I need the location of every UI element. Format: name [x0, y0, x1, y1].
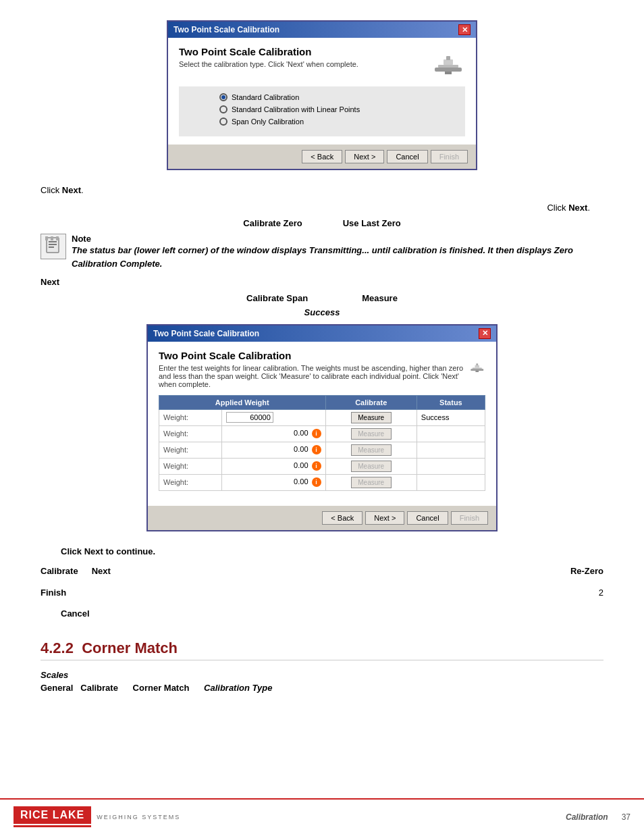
dialog-1-next-button[interactable]: Next >	[345, 150, 384, 163]
section-number: 4.2.2	[41, 640, 74, 656]
section-heading-422: 4.2.2 Corner Match	[41, 640, 603, 660]
num-2: 2	[599, 588, 603, 598]
corner-text-block: Scales General Calibrate Corner Match Ca…	[41, 669, 603, 695]
dialog-1-cancel-button[interactable]: Cancel	[387, 150, 427, 163]
radio-standard-label: Standard Calibration	[232, 93, 299, 101]
note-text: The status bar (lower left corner) of th…	[72, 244, 603, 270]
dialog-1-back-button[interactable]: < Back	[302, 150, 342, 163]
dialog-2-cancel-button[interactable]: Cancel	[407, 511, 448, 525]
status-1: Success	[421, 413, 450, 421]
calibrate-span-row: Calibrate Span Measure	[41, 293, 603, 303]
measure-btn-4[interactable]: Measure	[351, 461, 392, 472]
logo-container: RICE LAKE	[14, 806, 91, 827]
calibrate-span-label: Calibrate Span	[246, 293, 308, 303]
calibration-table: Applied Weight Calibrate Status Weight: …	[159, 395, 485, 491]
dialog-1-options: Standard Calibration Standard Calibratio…	[179, 86, 465, 136]
re-zero-label: Re-Zero	[570, 566, 603, 576]
footer-page-number: 37	[622, 812, 630, 822]
table-row: Weight: 0.00 i Measure	[159, 425, 485, 442]
table-row: Weight: 0.00 i Measure	[159, 442, 485, 458]
bottom-calibrate-line: Calibrate Next Re-Zero	[41, 565, 603, 578]
weight-val-3: 0.00	[294, 445, 308, 453]
info-icon-5: i	[312, 477, 321, 487]
svg-rect-11	[56, 236, 59, 240]
note-content: Note The status bar (lower left corner) …	[72, 234, 603, 270]
radio-linear-calibration[interactable]: Standard Calibration with Linear Points	[219, 105, 465, 113]
scale-icon	[431, 46, 465, 80]
dialog-2-close-button[interactable]: ✕	[479, 328, 491, 339]
table-row: Weight: 0.00 i Measure	[159, 458, 485, 474]
bottom-next-2: Next	[92, 565, 111, 578]
table-row: Weight: Measure Success	[159, 409, 485, 425]
table-row: Weight: 0.00 i Measure	[159, 474, 485, 490]
svg-rect-10	[51, 236, 53, 240]
corner-calibration-type: Calibration Type	[204, 683, 272, 693]
svg-rect-16	[476, 371, 479, 372]
step-text-2: Click Next.	[41, 201, 603, 215]
radio-standard-circle	[219, 93, 227, 101]
logo-text: RICE LAKE	[14, 806, 91, 824]
note-svg	[44, 236, 63, 257]
bottom-calibrate: Calibrate	[41, 565, 78, 578]
corner-calibrate: Calibrate	[80, 683, 118, 693]
info-icon-2: i	[312, 429, 321, 438]
svg-rect-4	[445, 72, 452, 74]
dialog-2-body: Two Point Scale Calibration Enter the te…	[148, 342, 496, 506]
svg-rect-9	[45, 236, 48, 240]
measure-btn-3[interactable]: Measure	[351, 444, 392, 456]
weight-label-1: Weight:	[163, 413, 188, 421]
bottom-finish-line: Finish 2	[41, 586, 603, 600]
dialog-2-titlebar: Two Point Scale Calibration ✕	[148, 325, 496, 342]
footer-calibration: Calibration	[566, 812, 608, 822]
dialog-2-next-button[interactable]: Next >	[365, 511, 404, 525]
dialog-2-footer: < Back Next > Cancel Finish	[148, 506, 496, 530]
radio-span-label: Span Only Calibration	[232, 118, 304, 126]
radio-standard-calibration[interactable]: Standard Calibration	[219, 93, 465, 101]
measure-btn-2[interactable]: Measure	[351, 428, 392, 440]
svg-rect-0	[438, 65, 458, 68]
svg-rect-12	[473, 367, 482, 369]
bottom-next-line: Click Next to continue.	[41, 545, 603, 558]
svg-rect-1	[444, 59, 453, 65]
weight-val-2: 0.00	[294, 429, 308, 437]
step-text-1: Click Next.	[41, 184, 603, 197]
svg-rect-3	[435, 68, 462, 72]
dialog-2: Two Point Scale Calibration ✕ Two Point …	[146, 324, 498, 531]
next-text-1: Next	[41, 276, 603, 289]
weight-val-5: 0.00	[294, 477, 308, 486]
svg-rect-14	[477, 363, 479, 365]
dialog-2-finish-button[interactable]: Finish	[451, 511, 488, 525]
weight-input-1[interactable]	[226, 412, 273, 423]
dialog-1-titlebar: Two Point Scale Calibration ✕	[168, 22, 476, 38]
bottom-num-2: 2	[93, 586, 603, 600]
info-icon-4: i	[312, 461, 321, 471]
corner-match: Corner Match	[133, 683, 190, 693]
next-bold-1: Next	[62, 185, 81, 195]
measure-btn-5[interactable]: Measure	[351, 477, 392, 488]
dialog-1-title-text: Two Point Scale Calibration	[173, 25, 279, 34]
dialog-2-header: Two Point Scale Calibration Enter the te…	[159, 350, 485, 388]
weight-label-3: Weight:	[163, 446, 188, 454]
section-title: Corner Match	[82, 640, 178, 656]
dialog-1-finish-button[interactable]: Finish	[431, 150, 468, 163]
svg-rect-13	[475, 365, 480, 367]
dialog-1-close-button[interactable]: ✕	[458, 24, 471, 35]
next-bold-2: Next	[568, 203, 587, 213]
success-label: Success	[304, 307, 340, 317]
dialog-1-body: Two Point Scale Calibration Select the c…	[168, 38, 476, 145]
radio-span-calibration[interactable]: Span Only Calibration	[219, 118, 465, 126]
corner-general: General	[41, 683, 73, 693]
logo-divider	[14, 825, 91, 827]
dialog-1-header-text: Two Point Scale Calibration Select the c…	[179, 46, 358, 68]
radio-span-circle	[219, 118, 227, 126]
dialog-2-back-button[interactable]: < Back	[322, 511, 363, 525]
table-header-status: Status	[417, 395, 485, 409]
success-row: Success	[41, 307, 603, 317]
svg-rect-15	[471, 369, 484, 371]
measure-btn-1[interactable]: Measure	[351, 412, 392, 423]
dialog-2-main-title: Two Point Scale Calibration	[159, 350, 469, 361]
table-header-applied-weight: Applied Weight	[159, 395, 326, 409]
calibrate-zero-row: Calibrate Zero Use Last Zero	[41, 218, 603, 228]
next-label-1: Next	[41, 277, 59, 287]
table-header-calibrate: Calibrate	[325, 395, 417, 409]
